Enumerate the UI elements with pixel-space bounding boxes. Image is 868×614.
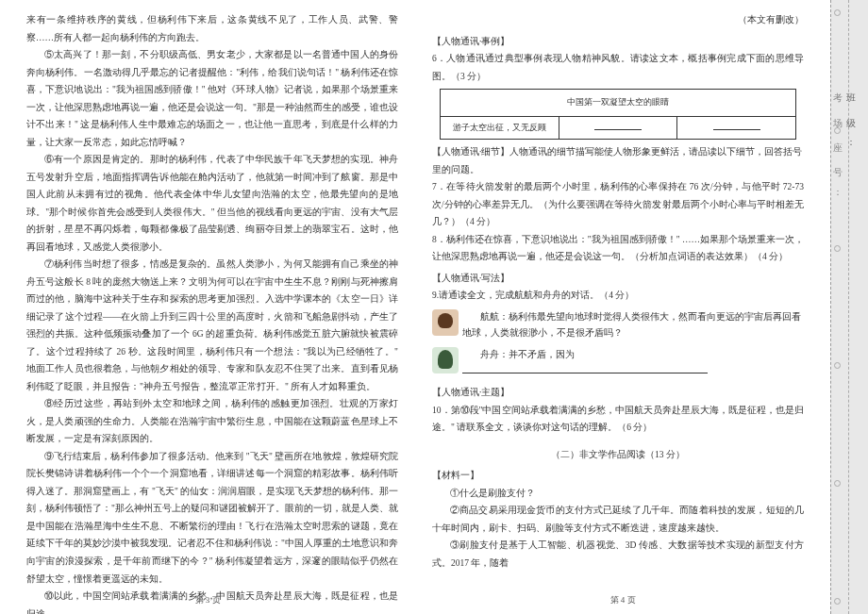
- zhouzhou-label: 舟舟：: [480, 350, 509, 359]
- p3-para-6: ⑨飞行结束后，杨利伟参加了很多活动。他来到 "飞天" 壁画所在地敦煌，敦煌研究院…: [26, 448, 398, 588]
- attribution: （本文有删改）: [432, 11, 804, 29]
- p3-para-2: ⑤太高兴了！那一刻，不分职级高低、男女老少，大家都是以一名普通中国人的身份奔向杨…: [26, 46, 398, 151]
- page-4: （本文有删改） 【人物通讯·事例】 6．人物通讯通过典型事例表现人物精神风貌。请…: [415, 0, 830, 614]
- page-spread: 来有一条维持秩序的黄线，但杨利伟下来后，这条黄线不见了，工作人员、武警、警察………: [0, 0, 830, 614]
- page-3: 来有一条维持秩序的黄线，但杨利伟下来后，这条黄线不见了，工作人员、武警、警察………: [0, 0, 415, 614]
- hole-icon: [834, 245, 841, 252]
- m1-p1: ①什么是刷脸支付？: [432, 485, 804, 503]
- tag-xiefa: 【人物通讯·写法】: [432, 270, 804, 288]
- chart-cell-1: 游子太空出征，又无反顾: [441, 116, 559, 140]
- material-1-tag: 【材料一】: [432, 467, 804, 485]
- q6-intro: 6．人物通讯通过典型事例表现人物精神风貌。请读这文本，概括事例完成下面的思维导图…: [432, 50, 804, 85]
- side-label-2: 考 场 座 号 ：: [830, 85, 843, 206]
- avatar-hanghang-icon: [432, 309, 459, 336]
- side-label-1: 班 级 ：: [843, 85, 857, 156]
- chart-cell-2[interactable]: [559, 116, 677, 140]
- m1-p3: ③刷脸支付是基于人工智能、机器视觉、3D 传感、大数据等技术实现的新型支付方式。…: [432, 537, 804, 572]
- q7: 7．在等待火箭发射的最后两个小时里，杨利伟的心率保持在 76 次/分钟，与他平时…: [432, 178, 804, 231]
- p3-para-3: ⑥有一个原因是肯定的。那时的杨利伟，代表了中华民族千年飞天梦想的实现。神舟五号发…: [26, 151, 398, 256]
- p3-para-4: ⑦杨利伟当时想了很多，情感是复杂的。虽然人类渺小，为何又能拥有自己乘坐的神舟五号…: [26, 256, 398, 395]
- chart-title: 中国第一双凝望太空的眼睛: [441, 90, 796, 117]
- p3-para-5: ⑧经历过这些，再站到外太空和地球之间，杨利伟的感触更加强烈。壮观的万家灯火，是人…: [26, 395, 398, 448]
- m1-p2: ②商品交易采用现金货币的支付方式已延续了几千年。而随着科技的发展，短短的几十年时…: [432, 502, 804, 537]
- tag-shili: 【人物通讯·事例】: [432, 33, 804, 51]
- hole-icon: [834, 9, 841, 16]
- hole-icon: [834, 480, 841, 487]
- page-3-number: 第 3 页: [0, 592, 415, 609]
- q10: 10．第⑩段"中国空间站承载着满满的乡愁，中国航天员奔赴星辰大海，既是征程，也是…: [432, 402, 804, 437]
- zhouzhou-text: 并不矛盾，因为: [509, 350, 575, 359]
- hole-icon: [834, 362, 841, 369]
- q8: 8．杨利伟还在惊喜，下意识地说出："我为祖国感到骄傲！" ……如果那个场景重来一…: [432, 231, 804, 266]
- page-4-number: 第 4 页: [415, 592, 830, 609]
- section-2-title: （二）非文学作品阅读（13 分）: [432, 446, 804, 464]
- hanghang-text: 杨利伟最先望向地球时觉得人类很伟大，然而看向更远的宇宙后再回看地球，人类就很渺小…: [462, 312, 801, 339]
- binding-strip: 班 级 ： 考 场 座 号 ：: [830, 0, 868, 614]
- tag-zhuti: 【人物通讯·主题】: [432, 384, 804, 402]
- dialog-hanghang: 航航：杨利伟最先望向地球时觉得人类很伟大，然而看向更远的宇宙后再回看地球，人类就…: [432, 307, 804, 342]
- mindmap-table: 中国第一双凝望太空的眼睛 游子太空出征，又无反顾: [440, 89, 796, 140]
- chart-cell-3[interactable]: [677, 116, 796, 140]
- answer-blank-q9[interactable]: [462, 364, 708, 373]
- dialog-zhouzhou: 舟舟：并不矛盾，因为: [432, 345, 804, 380]
- hole-icon: [834, 598, 841, 605]
- q9-intro: 9.请通读全文，完成航航和舟舟的对话。（4 分）: [432, 287, 804, 305]
- avatar-zhouzhou-icon: [432, 347, 459, 373]
- tag-xijie: 【人物通讯·细节】人物通讯的细节描写能使人物形象更鲜活，请品读以下细节，回答括号…: [432, 143, 804, 178]
- p3-para-1: 来有一条维持秩序的黄线，但杨利伟下来后，这条黄线不见了，工作人员、武警、警察………: [26, 11, 398, 46]
- hanghang-label: 航航：: [480, 312, 509, 322]
